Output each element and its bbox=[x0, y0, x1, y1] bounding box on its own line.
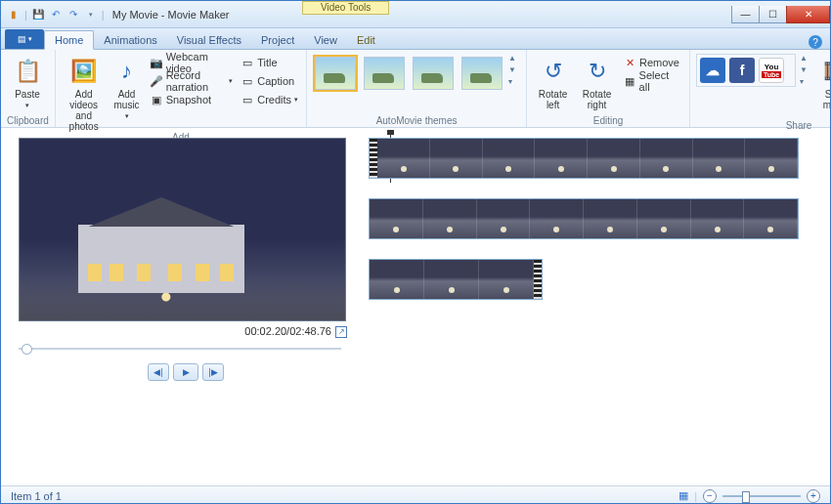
tab-edit[interactable]: Edit bbox=[347, 31, 385, 49]
group-editing: ↺Rotate left ↻Rotate right ✕Remove ▦Sele… bbox=[527, 50, 690, 127]
file-tab[interactable]: ▤▾ bbox=[5, 29, 44, 49]
app-icon: ▮ bbox=[7, 8, 21, 21]
preview-scrubber[interactable] bbox=[19, 344, 341, 354]
ribbon: 📋Paste▾ Clipboard 🖼️Add videos and photo… bbox=[1, 50, 830, 128]
tab-visual-effects[interactable]: Visual Effects bbox=[167, 31, 251, 49]
clip-row[interactable] bbox=[369, 198, 799, 239]
group-clipboard: 📋Paste▾ Clipboard bbox=[1, 50, 56, 127]
snapshot-button[interactable]: ▣Snapshot bbox=[148, 91, 236, 108]
qat-dropdown-icon[interactable]: ▾ bbox=[84, 8, 98, 21]
add-music-button[interactable]: ♪Add music▾ bbox=[109, 54, 143, 120]
music-icon: ♪ bbox=[111, 56, 143, 87]
next-frame-button[interactable]: |▶ bbox=[202, 363, 224, 381]
mic-icon: 🎤 bbox=[150, 74, 163, 88]
rotate-left-icon: ↺ bbox=[538, 56, 569, 87]
credits-icon: ▭ bbox=[241, 93, 254, 106]
add-videos-button[interactable]: 🖼️Add videos and photos bbox=[62, 54, 107, 132]
prev-frame-button[interactable]: ◀| bbox=[148, 363, 169, 381]
caption-icon: ▭ bbox=[241, 74, 254, 88]
zoom-in-button[interactable]: + bbox=[807, 489, 820, 503]
add-media-icon: 🖼️ bbox=[68, 56, 100, 87]
title-button[interactable]: ▭Title bbox=[239, 54, 300, 71]
snapshot-icon: ▣ bbox=[150, 93, 163, 106]
select-all-icon: ▦ bbox=[623, 74, 636, 88]
share-more-icon[interactable]: ▾ bbox=[800, 77, 811, 86]
quick-access-toolbar: ▮ | 💾 ↶ ↷ ▾ | bbox=[1, 8, 105, 21]
workarea: 00:02.20/02:48.76↗ ◀| ▶ |▶ bbox=[1, 128, 830, 485]
theme-3[interactable] bbox=[413, 57, 454, 90]
group-themes: ▲ ▼ ▾ AutoMovie themes bbox=[307, 50, 527, 127]
zoom-out-button[interactable]: − bbox=[703, 489, 717, 503]
webcam-icon: 📷 bbox=[150, 56, 163, 69]
timeline-pane bbox=[363, 128, 830, 485]
theme-4[interactable] bbox=[461, 57, 503, 90]
select-all-button[interactable]: ▦Select all bbox=[621, 72, 683, 90]
thumbnail-view-icon[interactable]: ▦ bbox=[678, 489, 688, 502]
timecode: 00:02.20/02:48.76↗ bbox=[19, 321, 353, 338]
theme-more-icon[interactable]: ▾ bbox=[508, 77, 520, 86]
youtube-icon[interactable]: YouTube bbox=[759, 58, 784, 83]
credits-button[interactable]: ▭Credits▾ bbox=[239, 91, 300, 108]
rotate-left-button[interactable]: ↺Rotate left bbox=[533, 54, 573, 110]
theme-2[interactable] bbox=[364, 57, 405, 90]
group-add: 🖼️Add videos and photos ♪Add music▾ 📷Web… bbox=[56, 50, 307, 127]
tab-view[interactable]: View bbox=[304, 31, 347, 49]
paste-button[interactable]: 📋Paste▾ bbox=[7, 54, 48, 109]
caption-button[interactable]: ▭Caption bbox=[239, 72, 300, 90]
minimize-button[interactable]: — bbox=[731, 6, 760, 23]
theme-1[interactable] bbox=[315, 57, 356, 90]
preview-monitor[interactable] bbox=[19, 138, 346, 321]
remove-icon: ✕ bbox=[623, 56, 636, 69]
group-share: ☁ f YouTube ▲▼▾ 🎞️Save movie▾ 👤Sign in S… bbox=[690, 50, 831, 127]
share-down-icon[interactable]: ▼ bbox=[800, 65, 811, 74]
status-item-count: Item 1 of 1 bbox=[11, 490, 62, 502]
save-icon[interactable]: 💾 bbox=[31, 8, 45, 21]
ribbon-tabs: ▤▾ Home Animations Visual Effects Projec… bbox=[1, 28, 830, 50]
contextual-tab-label: Video Tools bbox=[302, 1, 389, 15]
close-button[interactable]: ✕ bbox=[786, 6, 830, 23]
narration-button[interactable]: 🎤Record narration▾ bbox=[148, 72, 236, 90]
clip-row[interactable] bbox=[369, 259, 543, 300]
theme-down-icon[interactable]: ▼ bbox=[508, 65, 520, 74]
play-button[interactable]: ▶ bbox=[173, 363, 198, 381]
undo-icon[interactable]: ↶ bbox=[49, 8, 63, 21]
rotate-right-icon: ↻ bbox=[582, 56, 613, 87]
fullscreen-icon[interactable]: ↗ bbox=[335, 326, 347, 338]
titlebar: ▮ | 💾 ↶ ↷ ▾ | My Movie - Movie Maker Vid… bbox=[1, 1, 830, 28]
zoom-slider[interactable] bbox=[722, 495, 801, 497]
share-up-icon[interactable]: ▲ bbox=[800, 54, 811, 63]
title-icon: ▭ bbox=[241, 56, 254, 69]
redo-icon[interactable]: ↷ bbox=[66, 8, 80, 21]
file-icon: ▤ bbox=[18, 34, 26, 44]
save-movie-button[interactable]: 🎞️Save movie▾ bbox=[815, 54, 831, 120]
clip-row[interactable] bbox=[369, 138, 799, 179]
rotate-right-button[interactable]: ↻Rotate right bbox=[577, 54, 617, 110]
save-movie-icon: 🎞️ bbox=[820, 56, 831, 87]
preview-pane: 00:02.20/02:48.76↗ ◀| ▶ |▶ bbox=[1, 128, 363, 485]
theme-up-icon[interactable]: ▲ bbox=[508, 54, 520, 63]
facebook-icon[interactable]: f bbox=[729, 58, 755, 83]
window-title: My Movie - Movie Maker bbox=[112, 9, 230, 21]
paste-icon: 📋 bbox=[12, 56, 43, 87]
maximize-button[interactable]: ☐ bbox=[759, 6, 787, 23]
help-icon[interactable]: ? bbox=[809, 35, 822, 49]
statusbar: Item 1 of 1 ▦ | − + bbox=[1, 485, 830, 504]
tab-project[interactable]: Project bbox=[251, 31, 304, 49]
tab-home[interactable]: Home bbox=[44, 30, 94, 50]
skydrive-icon[interactable]: ☁ bbox=[700, 58, 725, 83]
tab-animations[interactable]: Animations bbox=[94, 31, 166, 49]
